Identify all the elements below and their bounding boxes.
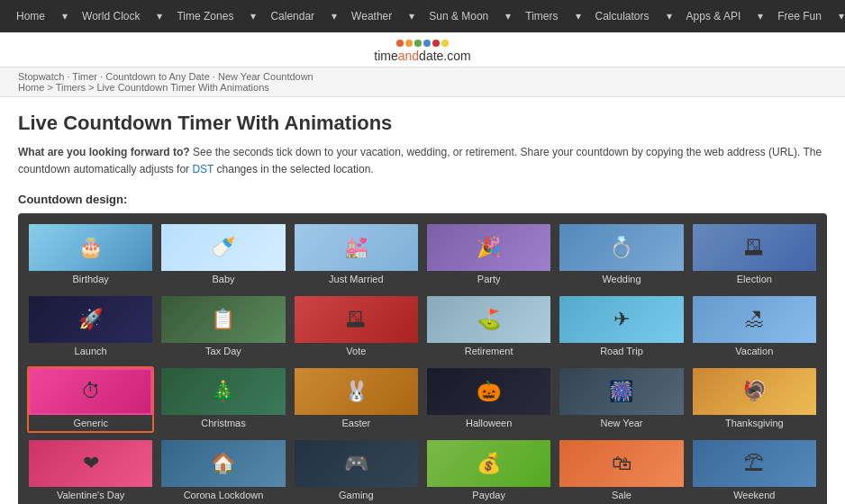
design-label-birthday: Birthday — [29, 271, 152, 287]
design-thumb-new-year: 🎆 — [559, 368, 683, 415]
design-icon-new-year: 🎆 — [609, 380, 633, 403]
design-item-election[interactable]: 🗳Election — [691, 222, 818, 289]
design-item-road-trip[interactable]: ✈Road Trip — [558, 294, 685, 361]
design-icon-retirement: ⛳ — [477, 308, 501, 331]
design-thumb-election: 🗳 — [693, 224, 816, 271]
design-item-generic[interactable]: ⏱Generic — [27, 366, 154, 433]
design-thumb-launch: 🚀 — [29, 296, 152, 343]
nav-calculators-chevron: ▾ — [659, 0, 679, 32]
design-item-sale[interactable]: 🛍Sale — [558, 438, 685, 504]
nav-time-zones[interactable]: Time Zones — [169, 0, 241, 32]
design-label-weekend: Weekend — [693, 487, 816, 503]
main-content: Live Countdown Timer With Animations Wha… — [0, 97, 845, 504]
design-label-valentines: Valentine's Day — [29, 487, 152, 503]
design-label-corona: Corona Lockdown — [161, 487, 285, 503]
design-item-party[interactable]: 🎉Party — [425, 222, 552, 289]
design-icon-halloween: 🎃 — [477, 380, 501, 403]
design-thumb-generic: ⏱ — [29, 368, 152, 415]
design-label-just-married: Just Married — [295, 271, 418, 287]
nav-home-chevron: ▾ — [55, 0, 75, 32]
nav-home[interactable]: Home — [9, 0, 52, 32]
design-icon-easter: 🐰 — [344, 380, 368, 403]
logo-dot-6 — [441, 40, 449, 47]
design-icon-payday: 💰 — [477, 452, 501, 475]
design-thumb-corona: 🏠 — [161, 440, 285, 487]
design-label-vote: Vote — [295, 343, 418, 359]
design-label-easter: Easter — [295, 415, 418, 431]
design-icon-just-married: 💒 — [344, 236, 368, 259]
design-icon-generic: ⏱ — [81, 380, 101, 403]
design-label-generic: Generic — [29, 415, 152, 431]
design-label-halloween: Halloween — [427, 415, 550, 431]
design-thumb-easter: 🐰 — [295, 368, 418, 415]
nav-free-fun[interactable]: Free Fun — [770, 0, 829, 32]
design-thumb-road-trip: ✈ — [559, 296, 683, 343]
nav-timers-chevron: ▾ — [568, 0, 588, 32]
design-icon-birthday: 🎂 — [78, 236, 103, 259]
nav-calculators[interactable]: Calculators — [588, 0, 657, 32]
nav-free-fun-chevron: ▾ — [831, 0, 845, 32]
design-item-vacation[interactable]: 🏖Vacation — [691, 294, 818, 361]
design-item-halloween[interactable]: 🎃Halloween — [425, 366, 552, 433]
site-logo[interactable]: timeanddate.com — [374, 40, 470, 63]
design-thumb-vacation: 🏖 — [693, 296, 816, 343]
design-section-label: Countdown design: — [18, 193, 827, 206]
design-grid: 🎂Birthday🍼Baby💒Just Married🎉Party💍Weddin… — [27, 222, 818, 504]
design-item-retirement[interactable]: ⛳Retirement — [425, 294, 552, 361]
design-icon-christmas: 🎄 — [211, 380, 235, 403]
nav-sun-moon[interactable]: Sun & Moon — [422, 0, 495, 32]
design-item-christmas[interactable]: 🎄Christmas — [159, 366, 286, 433]
site-header: timeanddate.com — [0, 32, 845, 67]
design-item-wedding[interactable]: 💍Wedding — [558, 222, 685, 289]
design-label-road-trip: Road Trip — [559, 343, 683, 359]
design-icon-sale: 🛍 — [612, 452, 631, 475]
design-grid-container: 🎂Birthday🍼Baby💒Just Married🎉Party💍Weddin… — [18, 213, 827, 504]
design-label-sale: Sale — [559, 487, 683, 503]
dst-link[interactable]: DST — [192, 163, 214, 176]
design-item-tax-day[interactable]: 📋Tax Day — [159, 294, 286, 361]
design-item-corona[interactable]: 🏠Corona Lockdown — [159, 438, 286, 504]
design-item-just-married[interactable]: 💒Just Married — [293, 222, 420, 289]
design-item-launch[interactable]: 🚀Launch — [27, 294, 154, 361]
design-icon-gaming: 🎮 — [344, 452, 368, 475]
design-label-vacation: Vacation — [693, 343, 816, 359]
design-item-weekend[interactable]: ⛱Weekend — [691, 438, 818, 504]
nav-weather-chevron: ▾ — [402, 0, 422, 32]
design-thumb-valentines: ❤ — [29, 440, 152, 487]
design-item-vote[interactable]: 🗳Vote — [293, 294, 420, 361]
design-item-easter[interactable]: 🐰Easter — [293, 366, 420, 433]
nav-timers[interactable]: Timers — [518, 0, 565, 32]
design-thumb-retirement: ⛳ — [427, 296, 550, 343]
logo-dots — [396, 40, 449, 47]
design-icon-vacation: 🏖 — [744, 308, 764, 331]
design-item-new-year[interactable]: 🎆New Year — [558, 366, 685, 433]
design-icon-wedding: 💍 — [609, 236, 633, 259]
nav-calendar[interactable]: Calendar — [263, 0, 322, 32]
design-thumb-just-married: 💒 — [295, 224, 418, 271]
design-thumb-party: 🎉 — [427, 224, 550, 271]
design-item-payday[interactable]: 💰Payday — [425, 438, 552, 504]
design-item-valentines[interactable]: ❤Valentine's Day — [27, 438, 154, 504]
design-icon-launch: 🚀 — [78, 308, 103, 331]
design-label-payday: Payday — [427, 487, 550, 503]
design-item-birthday[interactable]: 🎂Birthday — [27, 222, 154, 289]
breadcrumb-line2: Home > Timers > Live Countdown Timer Wit… — [18, 82, 827, 93]
design-thumb-christmas: 🎄 — [161, 368, 285, 415]
nav-world-clock-chevron: ▾ — [150, 0, 169, 32]
nav-calendar-chevron: ▾ — [324, 0, 344, 32]
design-thumb-halloween: 🎃 — [427, 368, 550, 415]
design-label-tax-day: Tax Day — [161, 343, 285, 359]
logo-dot-4 — [423, 40, 431, 47]
design-icon-thanksgiving: 🦃 — [742, 380, 767, 403]
design-label-gaming: Gaming — [295, 487, 418, 503]
logo-text: timeanddate.com — [374, 49, 470, 63]
design-item-thanksgiving[interactable]: 🦃Thanksgiving — [691, 366, 818, 433]
desc-end: changes in the selected location. — [217, 163, 374, 176]
nav-apps-api[interactable]: Apps & API — [679, 0, 749, 32]
nav-weather[interactable]: Weather — [344, 0, 399, 32]
nav-world-clock[interactable]: World Clock — [75, 0, 147, 32]
design-item-baby[interactable]: 🍼Baby — [159, 222, 286, 289]
design-icon-baby: 🍼 — [211, 236, 235, 259]
top-navigation: Home ▾ World Clock ▾ Time Zones ▾ Calend… — [0, 0, 845, 32]
design-item-gaming[interactable]: 🎮Gaming — [293, 438, 420, 504]
